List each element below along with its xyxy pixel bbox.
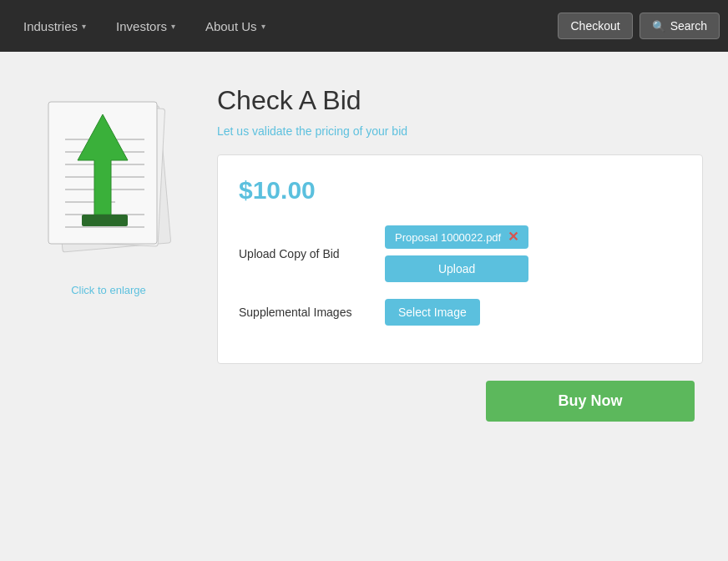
filename-text: Proposal 1000022.pdf (395, 231, 501, 244)
nav-investors-label: Investors (116, 19, 167, 33)
upload-row: Upload Copy of Bid Proposal 1000022.pdf … (239, 225, 681, 282)
nav-item-investors[interactable]: Investors ▾ (101, 0, 190, 52)
file-tag: Proposal 1000022.pdf ✕ (385, 225, 528, 249)
chevron-down-icon: ▾ (82, 22, 86, 31)
buy-now-row: Buy Now (217, 381, 703, 422)
nav-item-industries[interactable]: Industries ▾ (8, 0, 101, 52)
left-panel: Click to enlarge (25, 85, 192, 296)
supplemental-label: Supplemental Images (239, 306, 372, 319)
page-subtitle: Let us validate the pricing of your bid (217, 124, 703, 138)
nav-item-about-us[interactable]: About Us ▾ (190, 0, 281, 52)
search-button[interactable]: 🔍 Search (640, 13, 720, 39)
nav-about-label: About Us (205, 19, 257, 33)
enlarge-link[interactable]: Click to enlarge (71, 284, 146, 296)
nav-right: Checkout 🔍 Search (558, 13, 720, 39)
select-image-button[interactable]: Select Image (385, 299, 480, 326)
svg-rect-24 (82, 215, 128, 226)
nav-left: Industries ▾ Investors ▾ About Us ▾ (8, 0, 558, 52)
navbar: Industries ▾ Investors ▾ About Us ▾ Chec… (0, 0, 728, 52)
search-icon: 🔍 (652, 20, 665, 33)
checkout-button[interactable]: Checkout (558, 13, 632, 39)
remove-file-button[interactable]: ✕ (508, 230, 518, 244)
right-panel: Check A Bid Let us validate the pricing … (217, 85, 703, 422)
nav-industries-label: Industries (23, 19, 78, 33)
upload-button[interactable]: Upload (385, 255, 528, 282)
upload-group: Proposal 1000022.pdf ✕ Upload (385, 225, 528, 282)
main-content: Click to enlarge Check A Bid Let us vali… (0, 52, 728, 447)
search-label: Search (670, 19, 707, 33)
chevron-down-icon: ▾ (171, 22, 175, 31)
page-title: Check A Bid (217, 85, 703, 116)
chevron-down-icon: ▾ (261, 22, 265, 31)
supplemental-row: Supplemental Images Select Image (239, 299, 681, 326)
buy-now-button[interactable]: Buy Now (486, 381, 695, 422)
price-display: $10.00 (239, 176, 681, 205)
form-card: $10.00 Upload Copy of Bid Proposal 10000… (217, 154, 703, 364)
document-illustration (32, 85, 186, 277)
upload-label: Upload Copy of Bid (239, 247, 372, 260)
